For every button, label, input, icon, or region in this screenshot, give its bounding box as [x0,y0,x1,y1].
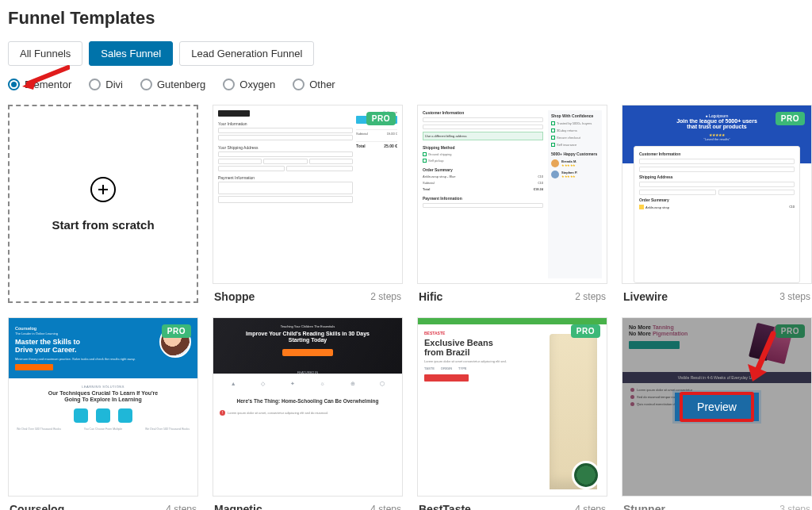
scratch-label: Start from scratch [52,218,154,232]
card-footer: Livewire 3 steps [622,284,812,303]
card-footer: Hific 2 steps [417,284,607,303]
template-hover-overlay: Preview [622,318,811,496]
template-card-courselog[interactable]: Courselog The Leader in Online Learning … [8,317,198,510]
radio-icon [223,79,235,90]
radio-icon [89,79,101,90]
template-thumbnail: ● Logoipsum Join the league of 5000+ use… [622,105,812,284]
template-thumbnail: Customer Information Use a different bil… [417,105,607,284]
template-name: Shoppe [214,290,255,303]
builder-label: Oxygen [239,79,275,90]
radio-icon [8,79,20,90]
template-name: Courselog [10,503,64,510]
builder-label: Other [309,79,335,90]
radio-icon [293,79,304,90]
template-card-besttaste[interactable]: BESTASTE Exclusive Beansfrom Brazil Lore… [417,317,607,510]
template-steps: 4 steps [166,504,197,510]
plus-circle-icon [90,177,116,202]
template-card-start-from-scratch[interactable]: Start from scratch [8,105,198,303]
card-footer: BestTaste 4 steps [417,497,607,510]
template-name: Livewire [623,290,668,303]
template-name: Stunner [623,503,665,510]
pro-badge: PRO [776,112,805,125]
template-steps: 4 steps [575,504,606,510]
template-thumbnail: BESTASTE Exclusive Beansfrom Brazil Lore… [417,317,607,497]
template-thumbnail: No More TanningNo More Pigmentation Visi… [622,317,812,497]
scratch-thumbnail: Start from scratch [8,105,198,303]
template-name: BestTaste [419,503,471,510]
page-builder-filter: Elementor Divi Gutenberg Oxygen Other [8,79,804,90]
template-card-hific[interactable]: Customer Information Use a different bil… [417,105,607,303]
template-card-shoppe[interactable]: Your Information Your Shipping Address P… [213,105,403,303]
template-steps: 4 steps [370,504,401,510]
card-footer: Shoppe 2 steps [213,284,403,303]
builder-label: Divi [105,79,123,90]
builder-radio-oxygen[interactable]: Oxygen [223,79,275,90]
template-steps: 2 steps [370,291,401,302]
pro-badge: PRO [162,324,191,338]
template-steps: 3 steps [779,504,810,510]
template-grid: Start from scratch Your Information Your… [8,105,804,510]
template-card-livewire[interactable]: ● Logoipsum Join the league of 5000+ use… [622,105,812,303]
tab-sales-funnel[interactable]: Sales Funnel [89,41,173,66]
template-name: Hific [419,290,442,303]
builder-radio-elementor[interactable]: Elementor [8,79,71,90]
annotation-arrow-icon [745,331,781,386]
template-steps: 2 steps [575,291,606,302]
template-steps: 3 steps [779,291,810,302]
template-thumbnail: Teaching Your Children The Essentials Im… [213,317,403,497]
funnel-type-tabs: All Funnels Sales Funnel Lead Generation… [8,41,804,66]
tab-all-funnels[interactable]: All Funnels [8,41,82,66]
template-card-stunner[interactable]: No More TanningNo More Pigmentation Visi… [622,317,812,510]
page-title: Funnel Templates [8,8,804,29]
builder-radio-gutenberg[interactable]: Gutenberg [140,79,205,90]
radio-icon [140,79,152,90]
card-footer: Magnetic 4 steps [213,497,403,510]
template-thumbnail: Your Information Your Shipping Address P… [213,105,403,284]
builder-radio-other[interactable]: Other [293,79,335,90]
pro-badge: PRO [366,112,396,125]
pro-badge: PRO [571,324,600,338]
template-card-magnetic[interactable]: Teaching Your Children The Essentials Im… [213,317,403,510]
builder-label: Gutenberg [157,79,205,90]
card-footer: Stunner 3 steps [622,497,812,510]
preview-button[interactable]: Preview [675,393,759,421]
builder-label: Elementor [25,79,71,90]
tab-lead-generation-funnel[interactable]: Lead Generation Funnel [179,41,314,66]
template-name: Magnetic [214,503,262,510]
template-thumbnail: Courselog The Leader in Online Learning … [8,317,198,497]
builder-radio-divi[interactable]: Divi [89,79,123,90]
card-footer: Courselog 4 steps [8,497,198,510]
